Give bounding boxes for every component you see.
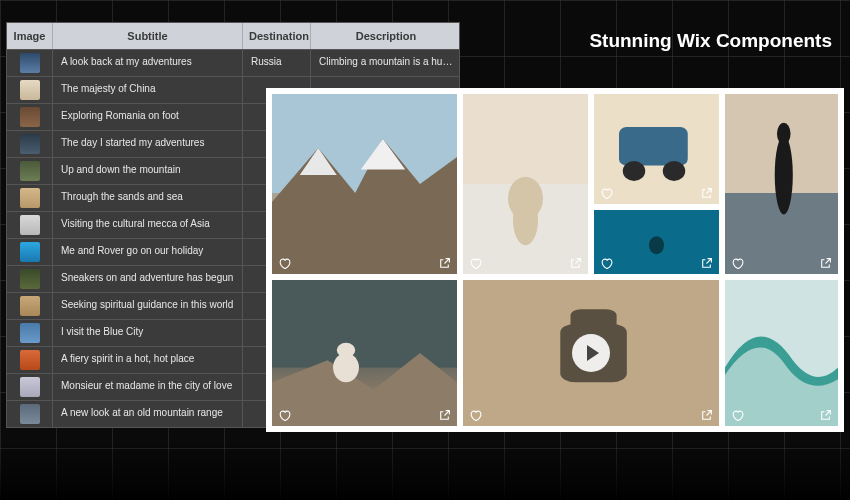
heart-icon[interactable]: [278, 257, 291, 270]
thumbnail-image: [20, 350, 40, 370]
thumbnail-image: [20, 107, 40, 127]
share-icon[interactable]: [700, 409, 713, 422]
gallery-tile-dog[interactable]: [463, 94, 588, 274]
svg-point-21: [337, 343, 356, 358]
gallery-tile-mountain[interactable]: [272, 94, 457, 274]
svg-rect-18: [272, 280, 457, 368]
cell-image: [7, 293, 53, 319]
cell-image: [7, 374, 53, 400]
svg-point-7: [513, 195, 538, 245]
thumbnail-image: [20, 323, 40, 343]
cell-subtitle: Visiting the cultural mecca of Asia: [53, 212, 243, 238]
cell-subtitle: Monsieur et madame in the city of love: [53, 374, 243, 400]
cell-image: [7, 347, 53, 373]
cell-subtitle: Sneakers on and adventure has begun: [53, 266, 243, 292]
cell-subtitle: Seeking spiritual guidance in this world: [53, 293, 243, 319]
share-icon[interactable]: [700, 257, 713, 270]
cell-description: Climbing a mountain is a huge…: [311, 50, 461, 76]
heart-icon[interactable]: [731, 409, 744, 422]
share-icon[interactable]: [819, 257, 832, 270]
tile-actions: [463, 253, 588, 274]
play-button[interactable]: [572, 334, 610, 372]
thumbnail-image: [20, 215, 40, 235]
cell-subtitle: Up and down the mountain: [53, 158, 243, 184]
thumbnail-image: [20, 80, 40, 100]
cell-image: [7, 185, 53, 211]
cell-subtitle: Through the sands and sea: [53, 185, 243, 211]
svg-rect-4: [463, 94, 588, 184]
table-header-row: Image Subtitle Destination Description: [7, 23, 459, 49]
thumbnail-image: [20, 134, 40, 154]
tile-actions: [594, 253, 719, 274]
cell-subtitle: Exploring Romania on foot: [53, 104, 243, 130]
cell-subtitle: The day I started my adventures: [53, 131, 243, 157]
svg-point-17: [777, 123, 791, 145]
share-icon[interactable]: [438, 257, 451, 270]
svg-rect-9: [619, 127, 688, 166]
tile-actions: [725, 405, 838, 426]
gallery-tile-backpack[interactable]: [463, 280, 719, 426]
share-icon[interactable]: [819, 409, 832, 422]
gallery-tile-person[interactable]: [725, 94, 838, 274]
cell-image: [7, 50, 53, 76]
cell-subtitle: Me and Rover go on our holiday: [53, 239, 243, 265]
cell-image: [7, 212, 53, 238]
thumbnail-image: [20, 188, 40, 208]
overlay-title: Stunning Wix Components: [589, 30, 832, 52]
heart-icon[interactable]: [278, 409, 291, 422]
svg-rect-24: [571, 309, 617, 329]
cell-subtitle: A fiery spirit in a hot, hot place: [53, 347, 243, 373]
cell-subtitle: I visit the Blue City: [53, 320, 243, 346]
cell-image: [7, 131, 53, 157]
tile-actions: [463, 405, 719, 426]
thumbnail-image: [20, 53, 40, 73]
gallery-tile-sitter[interactable]: [272, 280, 457, 426]
cell-image: [7, 320, 53, 346]
cell-image: [7, 158, 53, 184]
thumbnail-image: [20, 242, 40, 262]
cell-image: [7, 266, 53, 292]
svg-point-13: [649, 236, 664, 254]
thumbnail-image: [20, 377, 40, 397]
heart-icon[interactable]: [600, 257, 613, 270]
heart-icon[interactable]: [731, 257, 744, 270]
cell-subtitle: A new look at an old mountain range: [53, 401, 243, 427]
svg-point-20: [333, 353, 359, 382]
cell-subtitle: The majesty of China: [53, 77, 243, 103]
thumbnail-image: [20, 404, 40, 424]
cell-subtitle: A look back at my adventures: [53, 50, 243, 76]
svg-point-10: [623, 161, 646, 181]
cell-image: [7, 239, 53, 265]
thumbnail-image: [20, 269, 40, 289]
heart-icon[interactable]: [469, 257, 482, 270]
cell-image: [7, 401, 53, 427]
col-header-image[interactable]: Image: [7, 23, 53, 49]
table-row[interactable]: A look back at my adventuresRussiaClimbi…: [7, 49, 459, 76]
cell-image: [7, 104, 53, 130]
heart-icon[interactable]: [600, 187, 613, 200]
cell-destination: Russia: [243, 50, 311, 76]
tile-actions: [272, 405, 457, 426]
bottom-fade: [0, 440, 850, 500]
col-header-subtitle[interactable]: Subtitle: [53, 23, 243, 49]
tile-actions: [594, 183, 719, 204]
tile-actions: [725, 253, 838, 274]
tile-actions: [272, 253, 457, 274]
col-header-description[interactable]: Description: [311, 23, 461, 49]
gallery-tile-diver[interactable]: [594, 210, 719, 274]
thumbnail-image: [20, 296, 40, 316]
svg-point-11: [663, 161, 686, 181]
gallery-tile-car[interactable]: [594, 94, 719, 204]
thumbnail-image: [20, 161, 40, 181]
col-header-destination[interactable]: Destination: [243, 23, 311, 49]
pro-gallery: [266, 88, 844, 432]
cell-image: [7, 77, 53, 103]
svg-point-16: [775, 135, 793, 214]
heart-icon[interactable]: [469, 409, 482, 422]
share-icon[interactable]: [700, 187, 713, 200]
share-icon[interactable]: [438, 409, 451, 422]
gallery-tile-wave[interactable]: [725, 280, 838, 426]
share-icon[interactable]: [569, 257, 582, 270]
